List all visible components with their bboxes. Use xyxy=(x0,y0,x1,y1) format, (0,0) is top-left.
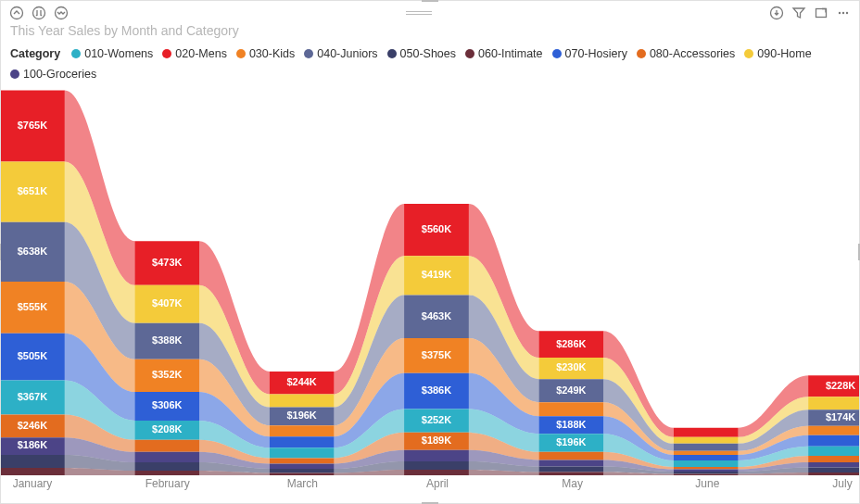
legend-item[interactable]: 050-Shoes xyxy=(387,47,456,60)
value-label: $188K xyxy=(556,419,586,430)
ribbon-segment[interactable] xyxy=(270,447,335,458)
ribbon-segment[interactable] xyxy=(404,461,469,470)
ribbon-segment[interactable] xyxy=(270,458,335,463)
value-label: $186K xyxy=(18,439,47,450)
ribbon-segment[interactable] xyxy=(538,452,603,460)
value-label: $463K xyxy=(422,310,451,321)
ribbon-segment[interactable] xyxy=(1,455,65,468)
value-label: $306K xyxy=(152,399,182,410)
value-label: $367K xyxy=(18,391,47,402)
svg-rect-4 xyxy=(816,9,827,18)
value-label: $174K xyxy=(826,411,855,422)
ribbon-segment[interactable] xyxy=(674,455,739,460)
svg-point-6 xyxy=(842,12,844,14)
value-label: $555K xyxy=(18,301,47,312)
ribbon-segment[interactable] xyxy=(270,394,335,407)
ribbon-chart: $765K$651K$638K$555K$505K$367K$246K$186K… xyxy=(1,82,859,475)
svg-point-5 xyxy=(839,12,841,14)
ribbon-segment[interactable] xyxy=(538,460,603,466)
filter-icon[interactable] xyxy=(790,5,807,21)
ribbon-segment[interactable] xyxy=(134,452,199,462)
ribbon-segment[interactable] xyxy=(674,428,739,437)
legend-label: 060-Intimate xyxy=(478,47,542,60)
legend-item[interactable]: 090-Home xyxy=(744,47,811,60)
legend-item[interactable]: 030-Kids xyxy=(236,47,295,60)
value-label: $638K xyxy=(18,246,47,257)
visual-toolbar xyxy=(1,1,859,23)
svg-point-0 xyxy=(11,7,23,19)
legend-label: 010-Womens xyxy=(84,47,153,60)
resize-handle-top[interactable] xyxy=(422,0,438,2)
ribbon-segment[interactable] xyxy=(674,437,739,444)
ribbon-segment[interactable] xyxy=(808,435,859,447)
x-tick: April xyxy=(426,477,449,490)
svg-point-1 xyxy=(33,7,45,19)
drill-up-icon[interactable] xyxy=(8,5,25,21)
legend-item[interactable]: 060-Intimate xyxy=(465,47,542,60)
expand-hierarchy-icon[interactable] xyxy=(53,5,70,21)
export-icon[interactable] xyxy=(768,5,785,21)
x-tick: January xyxy=(13,477,53,490)
ribbon-segment[interactable] xyxy=(270,436,335,447)
legend-item[interactable]: 070-Hosiery xyxy=(552,47,627,60)
legend-swatch xyxy=(236,49,246,58)
legend-swatch xyxy=(10,69,19,79)
legend-item[interactable]: 020-Mens xyxy=(162,47,227,60)
ribbon-segment[interactable] xyxy=(674,467,739,470)
ribbon-segment[interactable] xyxy=(808,426,859,435)
value-label: $196K xyxy=(556,436,586,447)
legend-swatch xyxy=(162,49,171,58)
value-label: $473K xyxy=(152,257,182,268)
ribbon-segment[interactable] xyxy=(674,451,739,455)
visual-frame: This Year Sales by Month and Category Ca… xyxy=(0,0,860,504)
value-label: $407K xyxy=(152,297,182,309)
legend-swatch xyxy=(304,49,313,58)
ribbon-segment[interactable] xyxy=(270,425,335,436)
legend-item[interactable]: 100-Groceries xyxy=(10,68,96,81)
value-label: $230K xyxy=(556,361,586,372)
ribbon-segment[interactable] xyxy=(270,469,335,473)
legend-label: 030-Kids xyxy=(249,47,295,60)
value-label: $419K xyxy=(422,269,451,280)
legend-swatch xyxy=(552,49,562,58)
ribbon-segment[interactable] xyxy=(404,450,469,461)
ribbon-segment[interactable] xyxy=(674,469,739,472)
focus-mode-icon[interactable] xyxy=(813,5,829,21)
ribbon-segment[interactable] xyxy=(674,444,739,451)
value-label: $208K xyxy=(152,423,182,435)
ribbon-segment[interactable] xyxy=(134,462,199,471)
legend: Category 010-Womens020-Mens030-Kids040-J… xyxy=(1,42,859,86)
value-label: $765K xyxy=(18,120,47,131)
value-label: $286K xyxy=(556,338,586,349)
value-label: $560K xyxy=(422,223,451,234)
value-label: $386K xyxy=(422,384,451,396)
ribbon-segment[interactable] xyxy=(538,466,603,472)
legend-label: 070-Hosiery xyxy=(565,47,627,60)
ribbon-segment[interactable] xyxy=(808,456,859,462)
ribbon-segment[interactable] xyxy=(270,463,335,469)
ribbon-segment[interactable] xyxy=(674,460,739,467)
ribbon-segment[interactable] xyxy=(808,447,859,456)
ribbon-segment[interactable] xyxy=(674,472,739,474)
legend-label: 090-Home xyxy=(757,47,811,60)
value-label: $189K xyxy=(422,435,451,446)
more-options-icon[interactable] xyxy=(835,5,852,21)
value-label: $252K xyxy=(422,414,451,425)
value-label: $505K xyxy=(18,350,47,361)
ribbon-segment[interactable] xyxy=(808,462,859,468)
value-label: $352K xyxy=(152,369,182,380)
drill-down-icon[interactable] xyxy=(31,5,47,21)
drag-grip-icon[interactable] xyxy=(406,9,432,17)
ribbon-segment[interactable] xyxy=(538,402,603,416)
legend-item[interactable]: 010-Womens xyxy=(71,47,153,60)
ribbon-segment[interactable] xyxy=(1,468,65,475)
x-tick: February xyxy=(145,477,190,490)
legend-item[interactable]: 040-Juniors xyxy=(304,47,377,60)
ribbon-segment[interactable] xyxy=(808,397,859,410)
legend-swatch xyxy=(71,49,81,58)
ribbon-segment[interactable] xyxy=(134,440,199,452)
chart-area: $765K$651K$638K$555K$505K$367K$246K$186K… xyxy=(1,82,859,503)
legend-swatch xyxy=(465,49,474,58)
ribbon-segment[interactable] xyxy=(808,467,859,472)
legend-item[interactable]: 080-Accessories xyxy=(637,47,735,60)
